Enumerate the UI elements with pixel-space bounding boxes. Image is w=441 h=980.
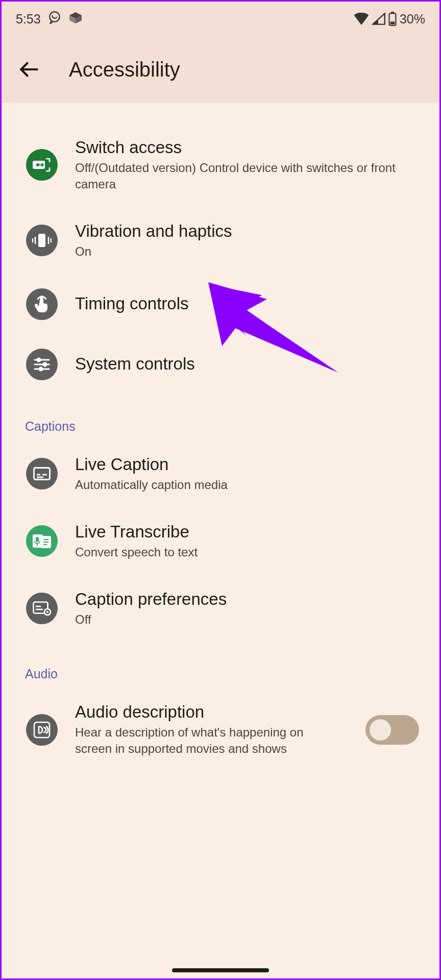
svg-rect-2 xyxy=(391,12,394,13)
section-audio: Audio xyxy=(2,642,439,688)
wifi-icon xyxy=(354,13,369,25)
svg-point-15 xyxy=(43,363,46,366)
setting-title: Caption preferences xyxy=(75,589,419,609)
setting-title: Timing controls xyxy=(75,293,419,314)
back-button[interactable] xyxy=(12,52,46,87)
svg-rect-3 xyxy=(390,21,395,24)
caption-settings-icon xyxy=(26,593,58,624)
setting-timing-controls[interactable]: Timing controls xyxy=(2,274,439,334)
package-icon xyxy=(68,12,83,27)
setting-title: Vibration and haptics xyxy=(75,221,419,241)
status-bar: 5:53 xyxy=(2,2,439,36)
toggle-knob xyxy=(370,719,391,741)
svg-point-17 xyxy=(39,368,42,371)
switch-access-icon xyxy=(26,149,58,181)
setting-switch-access[interactable]: Switch access Off/(Outdated version) Con… xyxy=(2,123,439,207)
setting-subtitle: Hear a description of what's happening o… xyxy=(75,724,343,757)
setting-vibration-haptics[interactable]: Vibration and haptics On xyxy=(2,207,439,274)
signal-icon xyxy=(372,13,385,25)
svg-point-6 xyxy=(36,163,39,166)
setting-title: Audio description xyxy=(75,702,343,722)
svg-rect-7 xyxy=(38,234,45,247)
setting-title: Live Caption xyxy=(75,454,419,475)
setting-title: System controls xyxy=(75,354,419,374)
arrow-left-icon xyxy=(18,59,40,80)
status-time: 5:53 xyxy=(16,12,41,27)
app-bar: Accessibility xyxy=(2,36,439,103)
setting-caption-preferences[interactable]: Caption preferences Off xyxy=(2,575,439,642)
page-title: Accessibility xyxy=(69,58,180,81)
tune-icon xyxy=(26,349,58,380)
setting-title: Switch access xyxy=(75,137,419,158)
svg-point-32 xyxy=(46,611,48,613)
transcribe-icon xyxy=(26,525,58,557)
audio-description-icon xyxy=(26,714,58,746)
svg-point-13 xyxy=(37,358,40,361)
setting-audio-description[interactable]: Audio description Hear a description of … xyxy=(2,688,439,771)
touch-icon xyxy=(26,288,58,320)
battery-percent: 30% xyxy=(400,12,425,27)
setting-live-transcribe[interactable]: Live Transcribe Convert speech to text xyxy=(2,507,439,575)
audio-description-toggle[interactable] xyxy=(365,715,419,745)
battery-icon xyxy=(388,12,397,26)
setting-live-caption[interactable]: Live Caption Automatically caption media xyxy=(2,440,439,507)
setting-title: Live Transcribe xyxy=(75,522,419,542)
setting-subtitle: Convert speech to text xyxy=(75,544,419,560)
settings-list[interactable]: Switch access Off/(Outdated version) Con… xyxy=(2,103,439,772)
svg-point-0 xyxy=(50,12,60,21)
setting-subtitle: Off/(Outdated version) Control device wi… xyxy=(75,160,419,193)
setting-subtitle: Off xyxy=(75,611,419,628)
caption-icon xyxy=(26,458,58,489)
setting-subtitle: Automatically caption media xyxy=(75,477,419,493)
whatsapp-icon xyxy=(48,11,61,27)
status-right: 30% xyxy=(354,12,425,27)
svg-rect-27 xyxy=(36,537,39,542)
setting-subtitle: On xyxy=(75,243,419,260)
navigation-handle[interactable] xyxy=(172,968,269,972)
setting-system-controls[interactable]: System controls xyxy=(2,334,439,395)
status-left: 5:53 xyxy=(16,11,83,27)
vibration-icon xyxy=(26,225,58,256)
section-captions: Captions xyxy=(2,395,439,440)
